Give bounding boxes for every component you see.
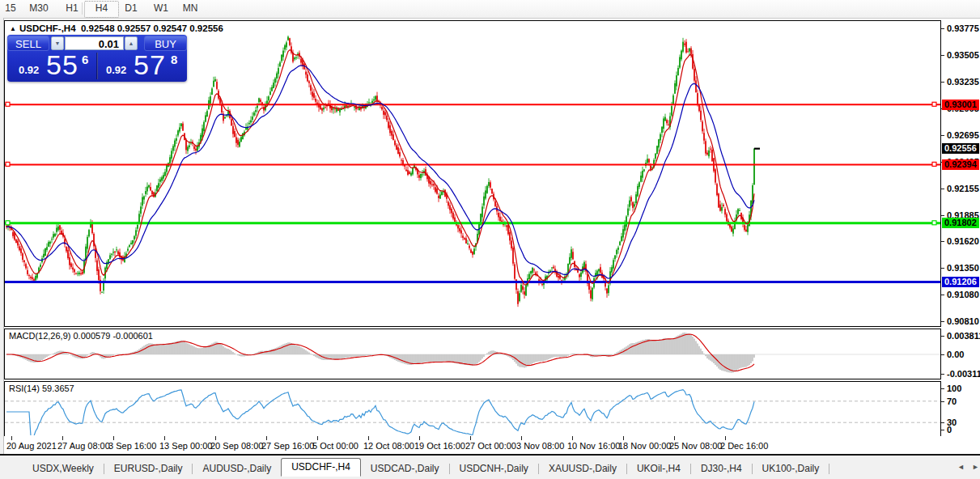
volume-decrease-button[interactable]: ▼ [51,36,64,50]
date-label: 3 Nov 08:00 [516,441,564,451]
chart-tab-usdcad-daily[interactable]: USDCAD-,Daily [361,461,449,477]
chart-symbol-label: USDCHF-,H4 [19,23,76,33]
price-tick-dash [941,241,944,242]
rsi-tick-dash [941,401,944,402]
macd-values: 0.000579 -0.000601 [73,331,152,341]
date-label: 5 Oct 00:00 [312,441,358,451]
price-tag-line[interactable]: 0.92394 [942,159,979,170]
timeframe-button-mn[interactable]: MN [171,1,210,16]
price-tick-label: 0.92695 [947,130,979,141]
date-tick [419,436,420,440]
date-tick [317,436,318,440]
price-axis: 0.937750.935050.932350.929650.926950.924… [941,20,980,439]
price-tick-label: 0.91620 [947,236,979,247]
date-tick [470,436,471,440]
volume-increase-button[interactable]: ▲ [125,36,138,50]
timeframe-toolbar: 15M30H1H4D1W1MN [0,0,980,19]
rsi-scale-label: 100 [947,384,961,394]
date-tick [368,436,369,440]
price-tag-line[interactable]: 0.91802 [942,218,979,228]
chart-ohlc-values: 0.92548 0.92557 0.92547 0.92556 [81,23,223,33]
chart-tabs: USDX,WeeklyEURUSD-,DailyAUDUSD-,DailyUSD… [23,459,829,477]
chart-tab-uk100-daily[interactable]: UK100-,Daily [753,461,829,477]
tab-scroll-right-icon[interactable]: ► [972,463,979,471]
date-label: 2 Dec 16:00 [720,441,768,451]
date-tick [725,436,726,440]
volume-input[interactable]: 0.01 [65,36,124,50]
chart-tab-usdcnh-daily[interactable]: USDCNH-,Daily [450,461,538,477]
tab-divider [829,464,829,474]
price-tag-current[interactable]: 0.92556 [942,143,979,154]
date-tick [266,436,267,440]
price-tick-dash [941,82,944,83]
date-tick [62,436,63,440]
chart-tab-eurusd-daily[interactable]: EURUSD-,Daily [104,461,193,477]
chart-tab-dj30-h4[interactable]: DJ30-,H4 [691,461,752,477]
rsi-value: 59.3657 [42,384,74,393]
sell-price-small: 0.92 [19,64,39,76]
chart-tab-audusd-daily[interactable]: AUDUSD-,Daily [193,461,281,477]
macd-scale-label: -0.003115 [947,369,980,379]
price-tick-dash [941,321,944,322]
rsi-tick-dash [941,430,944,430]
buy-price-small: 0.92 [106,64,126,76]
sell-button[interactable]: SELL [7,36,49,51]
toolbar-separator [82,2,83,15]
price-tick-label: 0.93505 [947,50,979,61]
date-tick [674,436,675,440]
price-tick-label: 0.93775 [947,23,979,34]
chart-tab-usdchf-h4[interactable]: USDCHF-,H4 [281,458,361,477]
price-tick-label: 0.93235 [947,77,979,87]
macd-name: MACD(12,26,9) [9,331,70,341]
macd-label: MACD(12,26,9) 0.000579 -0.000601 [9,331,153,341]
date-tick [11,436,12,440]
chart-tab-ukoil-h4[interactable]: UKOil-,H4 [627,461,690,477]
date-label: 25 Nov 08:00 [669,441,722,451]
price-tick-label: 0.91350 [947,263,979,273]
price-tick-dash [941,28,944,29]
sell-price-sup: 6 [82,53,88,66]
collapse-icon[interactable]: ▲ [10,25,16,32]
chart-tab-usdx-weekly[interactable]: USDX,Weekly [23,461,104,477]
price-tag-line[interactable]: 0.91206 [942,277,979,287]
date-tick [113,436,114,440]
date-tick [623,436,624,440]
date-tick [215,436,216,440]
date-axis: 20 Aug 202127 Aug 08:003 Sep 16:0013 Sep… [4,436,941,454]
date-label: 13 Sep 00:00 [159,441,212,451]
price-tick-dash [941,55,944,56]
macd-scale-label: 0.003811 [947,331,980,341]
sell-price-display[interactable]: 0.92 55 6 [7,51,96,81]
date-label: 10 Nov 16:00 [567,441,620,451]
macd-panel: MACD(12,26,9) 0.000579 -0.000601 [4,329,941,379]
price-tick-dash [941,268,944,269]
date-label: 12 Oct 08:00 [363,441,414,451]
chart-tab-xauusd-daily[interactable]: XAUUSD-,Daily [539,461,626,477]
mt4-terminal: 15M30H1H4D1W1MN ▲USDCHF-,H4 0.92548 0.92… [0,0,980,479]
chart-tab-bar: USDX,WeeklyEURUSD-,DailyAUDUSD-,DailyUSD… [0,454,980,479]
price-tick-dash [941,295,944,295]
date-label: 19 Oct 16:00 [414,441,465,451]
price-tick-label: 0.92155 [947,184,979,194]
rsi-name: RSI(14) [9,384,40,393]
date-label: 18 Nov 00:00 [618,441,671,451]
one-click-trading-panel: SELL ▼ 0.01 ▲ BUY 0.92 55 6 0.92 57 8 [7,35,187,82]
price-tag-line[interactable]: 0.93001 [942,100,979,110]
price-tick-dash [941,215,944,216]
rsi-tick-dash [941,388,944,389]
sell-price-big: 55 [46,49,78,81]
price-tick-dash [941,189,944,189]
date-tick [572,436,573,440]
rsi-panel: RSI(14) 59.3657 [4,381,941,438]
date-label: 27 Sep 16:00 [261,441,314,451]
date-label: 20 Sep 08:00 [210,441,263,451]
tab-scroll-left-icon[interactable]: ◄ [957,463,965,471]
rsi-scale-label: 70 [947,396,957,407]
macd-tick-dash [941,336,944,337]
buy-price-sup: 8 [171,53,177,66]
rsi-label: RSI(14) 59.3657 [9,384,74,393]
buy-price-display[interactable]: 0.92 57 8 [98,51,187,81]
date-label: 20 Aug 2021 [6,441,57,451]
date-label: 27 Oct 00:00 [465,441,516,451]
rsi-scale-label: 0 [947,425,952,435]
